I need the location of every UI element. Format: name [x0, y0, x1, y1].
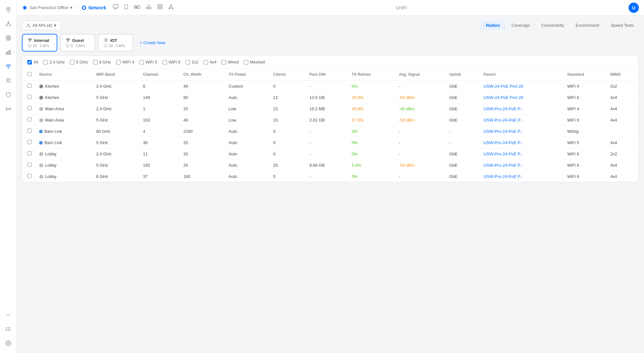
table-row: Lobby5 GHz16520Auto209.68 GB5.4%-55 dBmG…: [22, 160, 639, 171]
filter-2-4-ghz[interactable]: 2.4 GHz: [43, 60, 65, 64]
network-icon[interactable]: [168, 4, 174, 11]
svg-rect-53: [28, 44, 31, 47]
user-avatar[interactable]: U: [629, 3, 639, 13]
filter-wifi-6[interactable]: WiFi 6: [163, 60, 181, 64]
office-selector[interactable]: San Francisco Office ▾: [22, 5, 72, 11]
network-card-guest[interactable]: Guest 5 5 APs: [60, 34, 95, 52]
grid-icon[interactable]: [157, 4, 163, 11]
select-all-checkbox[interactable]: [27, 72, 32, 76]
tab-speed-tests[interactable]: Speed Tests: [606, 21, 639, 30]
ap-selector[interactable]: All APs (4) ▾: [22, 21, 61, 30]
row-checkbox-4[interactable]: [27, 129, 32, 133]
network-nav[interactable]: Network: [81, 5, 106, 10]
table-row: Lobby2.4 GHz1120Auto0-0%-GbEUSW-Pro-24-P…: [22, 148, 639, 160]
filter-wifi-5[interactable]: WiFi 5: [139, 60, 157, 64]
tab-environment[interactable]: Environment: [571, 21, 604, 30]
row-checkbox-3[interactable]: [27, 117, 32, 122]
filter-5-ghz[interactable]: 5 GHz: [70, 60, 88, 64]
col-tx-power: TX Power: [225, 69, 269, 81]
svg-point-41: [171, 5, 172, 5]
svg-point-34: [136, 7, 137, 8]
table-row: Kitchen5 GHz14980Auto1212.6 GB26.8%-65 d…: [22, 92, 639, 103]
row-checkbox-7[interactable]: [27, 162, 32, 167]
svg-point-6: [6, 36, 11, 41]
col-tx-retries: TX Retries: [348, 69, 395, 81]
sidebar: [0, 0, 17, 353]
network-card-iot[interactable]: iOT 10 5 APs: [98, 34, 133, 52]
row-checkbox-6[interactable]: [27, 151, 32, 155]
sidebar-item-chart[interactable]: [3, 46, 14, 58]
svg-point-13: [6, 78, 8, 80]
row-checkbox-0[interactable]: [27, 83, 32, 88]
col-wifi-band: WiFi Band: [92, 69, 139, 81]
svg-point-3: [9, 25, 10, 26]
switch-icon[interactable]: [134, 4, 140, 11]
svg-rect-39: [158, 7, 159, 9]
sidebar-item-location[interactable]: [3, 4, 14, 15]
network-card-internal[interactable]: Internal 20 5 APs: [22, 34, 57, 52]
router-icon[interactable]: [146, 4, 152, 11]
row-checkbox-8[interactable]: [27, 174, 32, 178]
svg-line-51: [28, 25, 30, 26]
sidebar-item-minus[interactable]: [3, 309, 14, 321]
sidebar-item-topology[interactable]: [3, 18, 14, 30]
filter-wifi-4[interactable]: WiFi 4: [116, 60, 134, 64]
table-header: DeviceWiFi BandChannelCh. WidthTX PowerC…: [22, 69, 639, 81]
col-parent: Parent: [480, 69, 564, 81]
filter-wired[interactable]: Wired: [222, 60, 239, 64]
device-icon[interactable]: [113, 4, 118, 11]
filter-6-ghz[interactable]: 6 GHz: [93, 60, 111, 64]
svg-line-50: [27, 25, 28, 26]
svg-rect-40: [161, 7, 162, 9]
svg-point-22: [7, 343, 9, 344]
svg-point-8: [8, 38, 9, 39]
topbar: San Francisco Office ▾ | Network: [17, 0, 644, 15]
row-checkbox-1[interactable]: [27, 95, 32, 99]
sidebar-item-wifi[interactable]: [3, 61, 14, 72]
svg-point-14: [8, 109, 9, 110]
svg-rect-27: [113, 5, 118, 8]
filter-checkboxes: All2.4 GHz5 GHz6 GHzWiFi 4WiFi 5WiFi 62x…: [22, 56, 639, 69]
sidebar-item-target[interactable]: [3, 32, 14, 44]
card-header-internal: Internal: [28, 38, 52, 43]
tab-coverage[interactable]: Coverage: [507, 21, 535, 30]
network-cards-row: Internal 20 5 APs Guest 5 5 APs iOT 10 5…: [22, 34, 639, 52]
filter-bar: All APs (4) ▾ RadiosCoverageConnectivity…: [22, 21, 639, 30]
table-body: Kitchen2.4 GHz640Custom0-0%-GbEUSW-24-Po…: [22, 81, 639, 182]
table-row: Main Area2.4 GHz120Low2315.2 MB45.8%-40 …: [22, 103, 639, 114]
svg-rect-10: [8, 51, 9, 54]
sidebar-item-users[interactable]: [3, 75, 14, 86]
sidebar-item-radio[interactable]: [3, 103, 14, 115]
row-checkbox-5[interactable]: [27, 140, 32, 144]
tab-radios[interactable]: Radios: [481, 21, 505, 30]
card-icon-iot: [104, 38, 108, 43]
topbar-divider: |: [76, 5, 77, 10]
svg-rect-9: [6, 52, 7, 54]
row-checkbox-2[interactable]: [27, 106, 32, 110]
svg-point-26: [83, 7, 84, 8]
card-icon-internal: [28, 38, 32, 43]
svg-rect-37: [158, 5, 159, 6]
svg-rect-57: [66, 44, 69, 47]
svg-rect-61: [104, 44, 107, 47]
svg-point-2: [6, 25, 7, 26]
main-tabs: RadiosCoverageConnectivityEnvironmentSpe…: [481, 21, 639, 30]
office-chevron: ▾: [70, 5, 72, 10]
filter-meshed[interactable]: Meshed: [244, 60, 265, 64]
sidebar-item-list[interactable]: [3, 323, 14, 335]
create-new-button[interactable]: + Create New: [136, 38, 169, 48]
col-avg--signal: Avg. Signal: [395, 69, 445, 81]
filter-4x4[interactable]: 4x4: [204, 60, 216, 64]
filter-2x2[interactable]: 2x2: [185, 60, 198, 64]
tab-connectivity[interactable]: Connectivity: [536, 21, 569, 30]
col-standard: Standard: [564, 69, 607, 81]
svg-rect-36: [147, 7, 151, 9]
table-row: Barn Link5 GHz3620Auto0-0%--USW-Pro-24-P…: [22, 137, 639, 148]
table-row: Barn Link60 GHz42160Auto0-0%--USW-Pro-24…: [22, 126, 639, 137]
svg-rect-11: [9, 50, 10, 54]
sidebar-item-shield[interactable]: [3, 89, 14, 101]
filter-all[interactable]: All: [27, 60, 38, 64]
sidebar-item-settings[interactable]: [3, 338, 14, 349]
phone-icon[interactable]: [124, 4, 129, 11]
svg-point-52: [30, 41, 30, 42]
